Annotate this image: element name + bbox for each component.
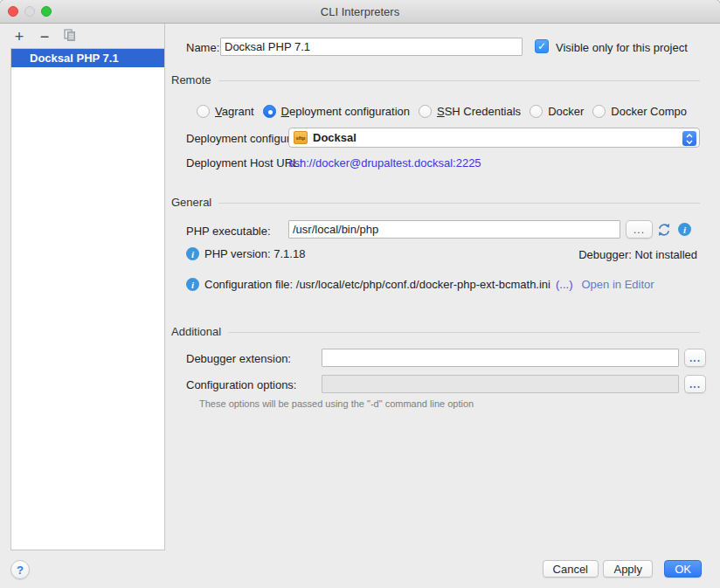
window-title: CLI Interpreters: [0, 5, 720, 18]
interpreter-list: Docksal PHP 7.1: [10, 48, 165, 550]
radio-vagrant[interactable]: Vagrant: [197, 105, 254, 118]
section-divider: [218, 203, 700, 204]
debugger-extension-label: Debugger extension:: [186, 352, 291, 365]
additional-section-label: Additional: [171, 325, 221, 338]
radio-label: Vagrant: [215, 105, 254, 118]
open-in-editor-link[interactable]: Open in Editor: [581, 278, 654, 291]
ok-button[interactable]: OK: [664, 560, 702, 578]
php-executable-label: PHP executable:: [186, 225, 271, 238]
show-phpinfo-icon[interactable]: i: [678, 223, 691, 236]
cancel-button[interactable]: Cancel: [543, 560, 599, 578]
radio-label: Docker: [548, 105, 584, 118]
configuration-file-row: i Configuration file: /usr/local/etc/php…: [186, 278, 654, 291]
add-interpreter-button[interactable]: +: [12, 29, 26, 45]
radio-label: Deployment configuration: [281, 105, 410, 118]
debugger-status-text: Debugger: Not installed: [578, 248, 697, 261]
radio-label: SSH Credentials: [437, 105, 521, 118]
info-icon: i: [186, 278, 199, 291]
radio-label: Docker Compo: [611, 105, 687, 118]
radio-deployment-configuration[interactable]: Deployment configuration: [263, 105, 410, 118]
options-note-text: These options will be passed using the "…: [199, 398, 474, 409]
remove-interpreter-button[interactable]: −: [38, 29, 52, 45]
general-section-label: General: [171, 196, 211, 209]
php-version-text: PHP version: 7.1.18: [204, 247, 305, 260]
radio-button-icon[interactable]: [530, 105, 543, 118]
name-label: Name:: [186, 41, 219, 54]
deployment-configuration-select[interactable]: sftp Docksal: [288, 128, 700, 148]
sftp-server-icon: sftp: [294, 131, 308, 144]
reload-phpinfo-icon[interactable]: [657, 223, 671, 237]
info-icon: i: [186, 247, 199, 260]
php-executable-browse-button[interactable]: ...: [626, 220, 653, 239]
apply-button[interactable]: Apply: [603, 560, 653, 578]
configuration-file-text: Configuration file: /usr/local/etc/php/c…: [204, 278, 550, 291]
radio-button-icon[interactable]: [197, 105, 210, 118]
dropdown-stepper-icon[interactable]: [682, 131, 696, 146]
title-bar: CLI Interpreters: [0, 0, 720, 24]
php-version-row: i PHP version: 7.1.18: [186, 247, 305, 260]
cli-interpreters-dialog: CLI Interpreters + − Docksal PHP 7.1 Nam…: [0, 0, 720, 588]
radio-button-icon[interactable]: [263, 105, 276, 118]
radio-docker-compo[interactable]: Docker Compo: [592, 105, 687, 118]
remote-section-header: Remote: [171, 73, 700, 86]
sidebar-toolbar: + −: [12, 27, 77, 46]
list-item-docksal-php-7-1[interactable]: Docksal PHP 7.1: [11, 49, 164, 67]
remote-radio-group: VagrantDeployment configurationSSH Crede…: [197, 103, 720, 119]
debugger-extension-input[interactable]: [322, 349, 679, 367]
debugger-extension-browse-button[interactable]: ...: [684, 349, 706, 367]
help-button[interactable]: ?: [10, 560, 30, 579]
deployment-host-url-value: ssh://docker@drupaltest.docksal:2225: [288, 156, 481, 169]
deployment-configuration-value: Docksal: [313, 131, 357, 144]
radio-ssh-credentials[interactable]: SSH Credentials: [419, 105, 521, 118]
radio-button-icon[interactable]: [592, 105, 606, 118]
additional-section-header: Additional: [171, 325, 700, 338]
configuration-options-browse-button[interactable]: ...: [684, 375, 706, 393]
configuration-options-label: Configuration options:: [186, 378, 296, 391]
configuration-options-input: [322, 375, 679, 393]
php-executable-input[interactable]: [288, 220, 620, 239]
expand-files-link[interactable]: (...): [556, 278, 573, 291]
visible-project-checkbox[interactable]: ✓: [535, 39, 549, 53]
radio-button-icon[interactable]: [419, 105, 432, 118]
remote-section-label: Remote: [171, 73, 211, 86]
section-divider: [218, 80, 700, 81]
name-input[interactable]: [220, 38, 523, 56]
deployment-host-url-label: Deployment Host URL:: [186, 156, 302, 169]
visible-project-label[interactable]: Visible only for this project: [556, 41, 688, 54]
radio-docker[interactable]: Docker: [530, 105, 584, 118]
general-section-header: General: [171, 196, 700, 209]
copy-interpreter-icon[interactable]: [63, 29, 77, 45]
section-divider: [228, 332, 700, 333]
